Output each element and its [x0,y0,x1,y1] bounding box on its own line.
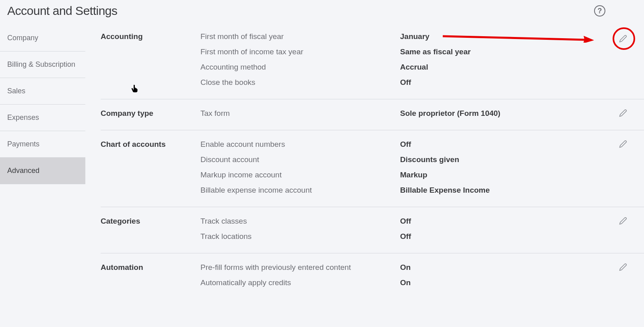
section-automation: Automation Pre-fill forms with previousl… [101,253,644,299]
sidebar-item-expenses[interactable]: Expenses [0,105,85,131]
row-label: Close the books [200,78,400,87]
section-chart-of-accounts: Chart of accounts Enable account numbers… [101,130,644,207]
row-label: Tax form [200,109,400,118]
row-value: Off [400,217,411,226]
section-company-type: Company type Tax form Sole proprietor (F… [101,99,644,130]
help-icon[interactable]: ? [594,5,605,16]
section-categories: Categories Track classes Off Track locat… [101,207,644,253]
row-value: Sole proprietor (Form 1040) [400,109,500,118]
row-label: Automatically apply credits [200,278,400,287]
row-value: Discounts given [400,155,459,164]
row-value: Billable Expense Income [400,186,490,195]
row-label: Track locations [200,232,400,241]
row-value: Off [400,78,411,87]
row-label: Track classes [200,217,400,226]
row-value: Off [400,232,411,241]
row-value-fiscal-month: January [400,32,429,41]
section-title-categories: Categories [101,215,200,244]
row-label: Discount account [200,155,400,164]
section-title-automation: Automation [101,261,200,290]
row-label: Accounting method [200,63,400,72]
row-label: Billable expense income account [200,186,400,195]
edit-automation-button[interactable] [619,263,629,273]
edit-categories-button[interactable] [619,217,629,226]
edit-coa-button[interactable] [619,140,629,150]
edit-accounting-button[interactable] [619,35,629,44]
row-label: Pre-fill forms with previously entered c… [200,263,400,272]
sidebar-item-advanced[interactable]: Advanced [0,158,85,184]
row-label: Enable account numbers [200,140,400,149]
row-value: On [400,263,411,272]
section-title-company-type: Company type [101,107,200,121]
row-value: On [400,278,411,287]
sidebar-item-billing[interactable]: Billing & Subscription [0,51,85,78]
settings-sidebar: Company Billing & Subscription Sales Exp… [0,25,85,299]
row-value: Markup [400,171,427,179]
row-label: First month of fiscal year [200,32,400,41]
sidebar-item-sales[interactable]: Sales [0,78,85,105]
edit-company-type-button[interactable] [619,109,629,119]
page-title: Account and Settings [7,4,118,18]
row-label: Markup income account [200,171,400,179]
section-title-coa: Chart of accounts [101,138,200,198]
row-label: First month of income tax year [200,47,400,56]
row-value: Accrual [400,63,428,72]
row-value: Off [400,140,411,149]
section-accounting: Accounting First month of fiscal year Ja… [101,25,644,99]
row-value: Same as fiscal year [400,47,471,56]
section-title-accounting: Accounting [101,31,200,90]
sidebar-item-company[interactable]: Company [0,25,85,51]
sidebar-item-payments[interactable]: Payments [0,131,85,158]
